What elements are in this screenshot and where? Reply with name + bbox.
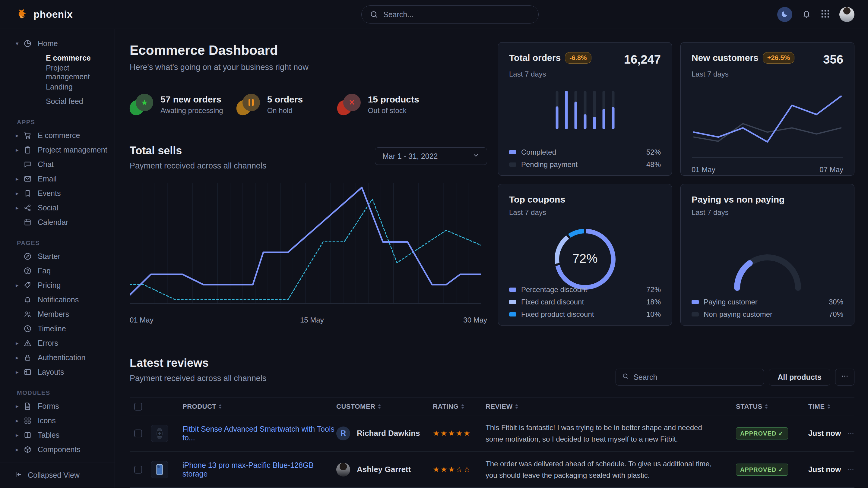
sort-icon[interactable] [515, 404, 518, 409]
sidebar-item-label: Social [38, 203, 58, 212]
change-badge: +26.5% [763, 52, 795, 64]
theme-toggle-button[interactable] [777, 7, 792, 22]
legend-label: Fixed card discount [521, 298, 584, 306]
row-checkbox[interactable] [134, 429, 142, 437]
brand[interactable]: phoenix [17, 8, 73, 21]
review-time: Just now [808, 465, 841, 474]
sidebar-item-label: Home [38, 39, 58, 48]
card-title: Paying vs non paying [691, 194, 784, 205]
date-range-select[interactable]: Mar 1 - 31, 2022 [375, 148, 487, 165]
all-products-button[interactable]: All products [769, 369, 830, 386]
legend-value: 72% [646, 286, 661, 294]
product-thumbnail[interactable] [151, 425, 168, 442]
sidebar-item-members[interactable]: Members [0, 307, 115, 321]
sort-icon[interactable] [378, 404, 381, 409]
product-link[interactable]: Fitbit Sense Advanced Smartwatch with To… [183, 425, 335, 442]
row-menu-button[interactable] [847, 466, 855, 473]
bell-icon [802, 9, 811, 20]
sidebar-item-notifications[interactable]: Notifications [0, 292, 115, 307]
sidebar-item-e-commerce[interactable]: ▸ E commerce [0, 128, 115, 142]
sidebar-item-components[interactable]: ▸ Components [0, 442, 115, 457]
sort-icon[interactable] [765, 404, 768, 409]
sidebar-item-layouts[interactable]: ▸ Layouts [0, 365, 115, 379]
sort-icon[interactable] [219, 404, 222, 409]
sidebar-item-faq[interactable]: Faq [0, 263, 115, 278]
sidebar-item-label: Faq [38, 266, 51, 275]
phoenix-logo-icon [17, 8, 29, 21]
collapse-view-button[interactable]: Collapsed View [0, 462, 115, 488]
global-search-input[interactable]: Search... [361, 5, 539, 24]
sidebar-item-e-commerce[interactable]: E commerce [0, 51, 115, 65]
product-link[interactable]: iPhone 13 pro max-Pacific Blue-128GB sto… [183, 461, 314, 478]
sidebar-item-home[interactable]: ▾ Home [0, 36, 115, 51]
sidebar-item-icons[interactable]: ▸ Icons [0, 413, 115, 428]
sidebar-item-label: Starter [38, 252, 60, 261]
sidebar-item-pricing[interactable]: ▸ Pricing [0, 278, 115, 292]
sidebar-item-authentication[interactable]: ▸ Authentication [0, 350, 115, 365]
date-range-value: Mar 1 - 31, 2022 [382, 152, 438, 161]
caret-right-icon: ▸ [16, 417, 24, 424]
user-avatar[interactable] [839, 7, 855, 22]
stat-icon: ★ [130, 94, 153, 116]
column-header[interactable]: PRODUCT [183, 403, 216, 411]
card-subtitle: Last 7 days [691, 70, 843, 78]
sidebar-item-forms[interactable]: ▸ Forms [0, 399, 115, 413]
search-placeholder: Search... [383, 10, 413, 19]
sidebar-item-project-management[interactable]: Project management [0, 65, 115, 79]
column-header[interactable]: CUSTOMER [336, 403, 375, 411]
grid-icon [24, 417, 32, 425]
sidebar-item-social-feed[interactable]: Social feed [0, 94, 115, 108]
section-label: APPS [0, 119, 115, 126]
sidebar-item-landing[interactable]: Landing [0, 79, 115, 94]
sidebar-item-chat[interactable]: Chat [0, 157, 115, 171]
legend-label: Paying customer [704, 298, 757, 306]
chat-icon [24, 160, 32, 168]
sidebar-item-social[interactable]: ▸ Social [0, 200, 115, 215]
legend-value: 18% [646, 298, 661, 306]
warning-icon [24, 339, 32, 347]
ellipsis-icon [841, 372, 849, 382]
bar [574, 91, 577, 129]
bar [565, 91, 568, 129]
card-title: Total orders [509, 53, 561, 63]
column-header[interactable]: TIME [808, 403, 825, 411]
product-thumbnail[interactable] [151, 461, 168, 478]
column-header[interactable]: REVIEW [486, 403, 513, 411]
sort-icon[interactable] [827, 404, 830, 409]
reviews-menu-button[interactable] [835, 369, 855, 386]
notifications-button[interactable] [802, 9, 811, 20]
section-label: MODULES [0, 389, 115, 396]
caret-right-icon: ▸ [16, 132, 24, 139]
sidebar-item-label: E commerce [38, 131, 80, 140]
review-time: Just now [808, 429, 841, 438]
sidebar-item-errors[interactable]: ▸ Errors [0, 336, 115, 350]
reviews-search-placeholder: Search [633, 373, 657, 382]
reviews-subtitle: Payment received across all channels [130, 374, 266, 383]
column-header[interactable]: STATUS [736, 403, 763, 411]
legend-label: Non-paying customer [704, 310, 772, 319]
sidebar-item-tables[interactable]: ▸ Tables [0, 428, 115, 442]
reviews-search-input[interactable]: Search [616, 369, 764, 386]
row-checkbox[interactable] [134, 466, 142, 474]
sidebar-item-timeline[interactable]: Timeline [0, 321, 115, 336]
apps-grid-button[interactable] [820, 9, 830, 20]
new-customers-chart: 01 May 07 May [691, 85, 843, 174]
bar [602, 91, 605, 129]
sidebar-item-starter[interactable]: Starter [0, 249, 115, 263]
row-menu-button[interactable] [847, 430, 855, 437]
legend-value: 52% [646, 148, 661, 157]
column-header[interactable]: RATING [433, 403, 459, 411]
legend-value: 10% [646, 310, 661, 319]
customer-avatar: R [336, 426, 350, 441]
sidebar-item-email[interactable]: ▸ Email [0, 171, 115, 186]
sidebar-item-calendar[interactable]: Calendar [0, 215, 115, 229]
select-all-checkbox[interactable] [134, 403, 142, 411]
caret-right-icon: ▸ [16, 147, 24, 154]
sort-icon[interactable] [461, 404, 464, 409]
sidebar-item-events[interactable]: ▸ Events [0, 186, 115, 200]
sidebar-item-project-management[interactable]: ▸ Project management [0, 142, 115, 157]
moon-icon [780, 10, 789, 19]
sidebar-item-label: Tables [38, 431, 59, 440]
collapse-icon [14, 470, 22, 480]
paying-legend: Paying customer 30% Non-paying customer … [691, 298, 843, 319]
